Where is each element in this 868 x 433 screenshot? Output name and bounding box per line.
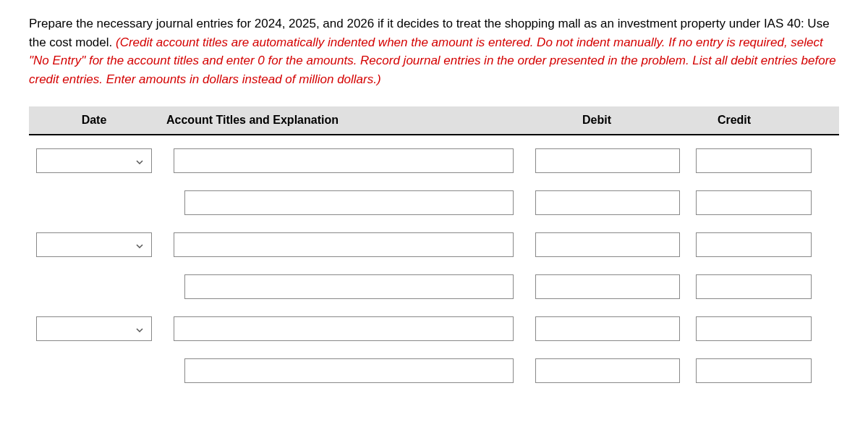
- account-title-input[interactable]: [184, 274, 514, 299]
- date-select[interactable]: [36, 148, 152, 173]
- credit-input[interactable]: [696, 148, 812, 173]
- credit-input[interactable]: [696, 316, 812, 341]
- journal-entry-table: Date Account Titles and Explanation Debi…: [29, 106, 839, 383]
- credit-input[interactable]: [696, 358, 812, 383]
- date-empty-cell: [36, 274, 152, 299]
- entry-rows-container: [29, 148, 839, 383]
- credit-input[interactable]: [696, 232, 812, 257]
- debit-input[interactable]: [535, 190, 680, 215]
- table-header-row: Date Account Titles and Explanation Debi…: [29, 106, 839, 135]
- account-title-input[interactable]: [184, 190, 514, 215]
- header-date: Date: [29, 114, 159, 127]
- table-row: [29, 274, 839, 299]
- credit-input[interactable]: [696, 190, 812, 215]
- account-title-input[interactable]: [174, 148, 514, 173]
- chevron-down-icon: [135, 240, 144, 249]
- header-debit: Debit: [521, 114, 673, 127]
- header-credit: Credit: [673, 114, 796, 127]
- account-title-input[interactable]: [174, 232, 514, 257]
- table-row: [29, 358, 839, 383]
- credit-input[interactable]: [696, 274, 812, 299]
- instructions-red: (Credit account titles are automatically…: [29, 35, 836, 86]
- chevron-down-icon: [135, 324, 144, 333]
- table-row: [29, 316, 839, 341]
- debit-input[interactable]: [535, 148, 680, 173]
- date-select[interactable]: [36, 316, 152, 341]
- debit-input[interactable]: [535, 274, 680, 299]
- debit-input[interactable]: [535, 358, 680, 383]
- instructions-text: Prepare the necessary journal entries fo…: [29, 14, 839, 88]
- chevron-down-icon: [135, 156, 144, 165]
- date-empty-cell: [36, 358, 152, 383]
- table-row: [29, 190, 839, 215]
- table-row: [29, 232, 839, 257]
- account-title-input[interactable]: [174, 316, 514, 341]
- date-select[interactable]: [36, 232, 152, 257]
- debit-input[interactable]: [535, 232, 680, 257]
- date-empty-cell: [36, 190, 152, 215]
- header-account: Account Titles and Explanation: [159, 114, 521, 127]
- table-row: [29, 148, 839, 173]
- account-title-input[interactable]: [184, 358, 514, 383]
- debit-input[interactable]: [535, 316, 680, 341]
